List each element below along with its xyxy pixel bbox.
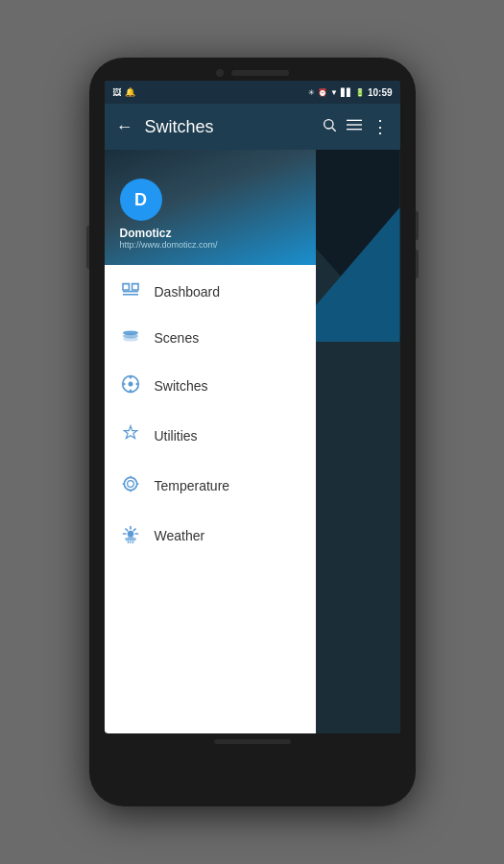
svg-rect-2	[347, 120, 362, 121]
phone-bottom	[89, 739, 416, 744]
search-button[interactable]	[322, 117, 337, 136]
drawer-header: D Domoticz http://www.domoticz.com/	[105, 150, 316, 265]
drawer-app-name: Domoticz	[120, 227, 300, 240]
drawer-item-scenes[interactable]: Scenes	[105, 315, 316, 361]
scenes-icon	[120, 328, 141, 348]
drawer-item-utilities[interactable]: Utilities	[105, 411, 316, 461]
svg-point-9	[128, 382, 132, 387]
dashboard-label: Dashboard	[155, 284, 221, 300]
front-camera	[216, 69, 224, 77]
svg-point-13	[135, 383, 138, 386]
svg-point-10	[129, 376, 132, 379]
status-icons-left: 🖼 🔔	[112, 87, 135, 97]
drawer-menu: Dashboard Scenes	[105, 265, 316, 733]
app-bar: ← Switches ⋮	[105, 104, 400, 150]
status-bar: 🖼 🔔 ✳ ⏰ ▼ ▋▋ 🔋 10:59	[105, 81, 400, 104]
svg-point-7	[123, 337, 138, 342]
weather-icon	[120, 524, 141, 547]
volume-down-button[interactable]	[416, 250, 419, 278]
alarm-icon: ⏰	[318, 88, 327, 97]
battery-icon: 🔋	[355, 88, 365, 97]
more-button[interactable]: ⋮	[372, 116, 389, 137]
phone-shell: 🖼 🔔 ✳ ⏰ ▼ ▋▋ 🔋 10:59 ← Switches	[89, 58, 416, 806]
volume-up-button[interactable]	[416, 211, 419, 240]
switches-icon	[120, 374, 141, 397]
drawer-logo: D	[120, 179, 162, 221]
temperature-icon	[120, 474, 141, 497]
svg-point-15	[127, 481, 133, 488]
back-button[interactable]: ←	[116, 117, 133, 137]
svg-rect-3	[347, 124, 362, 125]
utilities-icon	[120, 424, 141, 447]
drawer-item-dashboard[interactable]: Dashboard	[105, 269, 316, 315]
power-button[interactable]	[86, 226, 89, 269]
svg-point-12	[123, 383, 125, 386]
menu-button[interactable]	[347, 117, 362, 136]
signal-icon: ▋▋	[341, 88, 352, 97]
drawer-scrim[interactable]	[316, 150, 400, 733]
drawer-item-weather[interactable]: Weather	[105, 511, 316, 561]
drawer-item-switches[interactable]: Switches	[105, 361, 316, 411]
app-bar-title: Switches	[145, 117, 310, 137]
utilities-label: Utilities	[155, 428, 198, 444]
bottom-grille	[214, 739, 291, 744]
svg-point-11	[129, 389, 132, 392]
speaker-grille	[231, 70, 289, 76]
svg-point-0	[324, 120, 332, 129]
drawer-app-url: http://www.domoticz.com/	[120, 240, 300, 250]
screen: 🖼 🔔 ✳ ⏰ ▼ ▋▋ 🔋 10:59 ← Switches	[105, 81, 400, 733]
wifi-icon: ▼	[330, 88, 338, 97]
weather-label: Weather	[155, 528, 205, 543]
switches-label: Switches	[155, 378, 208, 394]
svg-line-1	[332, 128, 336, 132]
notification-icon-2: 🔔	[125, 87, 135, 97]
status-time: 10:59	[368, 87, 393, 98]
navigation-drawer: D Domoticz http://www.domoticz.com/	[105, 150, 316, 733]
notification-icon-1: 🖼	[112, 87, 121, 97]
app-bar-actions: ⋮	[322, 116, 389, 137]
dashboard-icon	[120, 282, 141, 301]
bluetooth-icon: ✳	[308, 88, 315, 97]
status-icons-right: ✳ ⏰ ▼ ▋▋ 🔋 10:59	[308, 87, 393, 98]
phone-top	[89, 69, 416, 77]
temperature-label: Temperature	[155, 478, 230, 493]
drawer-item-temperature[interactable]: Temperature	[105, 461, 316, 511]
svg-rect-4	[347, 129, 362, 130]
scenes-label: Scenes	[155, 330, 200, 346]
content-area: D Domoticz http://www.domoticz.com/ D Do…	[105, 150, 400, 733]
svg-point-14	[124, 477, 136, 490]
drawer-logo-letter: D	[134, 190, 147, 210]
